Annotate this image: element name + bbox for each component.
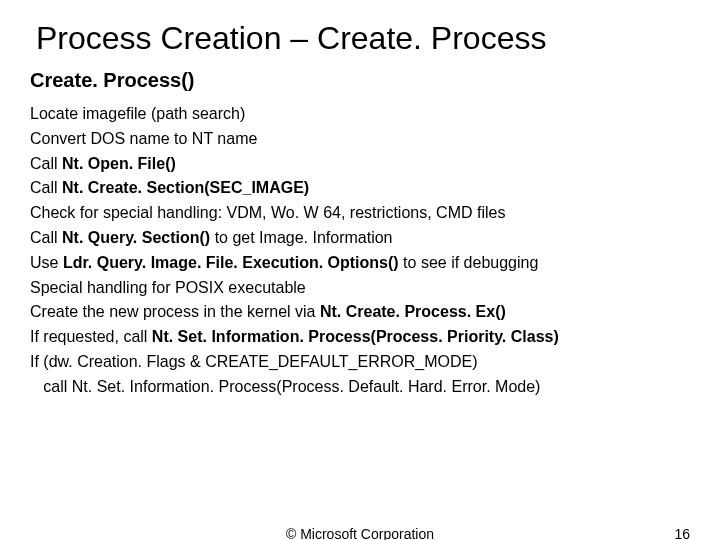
slide: Process Creation – Create. Process Creat… [0,0,720,540]
body-line: Locate imagefile (path search) [30,102,690,127]
body-line: Convert DOS name to NT name [30,127,690,152]
line-text-pre: Call [30,155,62,172]
line-text-pre: Call [30,229,62,246]
slide-body: Locate imagefile (path search)Convert DO… [30,102,690,400]
slide-subtitle: Create. Process() [30,69,690,92]
line-text-pre: Call [30,179,62,196]
line-text-pre: Convert DOS name to NT name [30,130,257,147]
line-text-bold: Ldr. Query. Image. File. Execution. Opti… [63,254,399,271]
body-line: Create the new process in the kernel via… [30,300,690,325]
line-text-post: to see if debugging [399,254,539,271]
body-line: If requested, call Nt. Set. Information.… [30,325,690,350]
body-line: Call Nt. Create. Section(SEC_IMAGE) [30,176,690,201]
line-text-bold: Nt. Open. File() [62,155,176,172]
slide-title: Process Creation – Create. Process [36,20,690,57]
line-text-pre: Special handling for POSIX executable [30,279,306,296]
line-text-pre: If requested, call [30,328,152,345]
line-text-bold: Nt. Query. Section() [62,229,210,246]
copyright-text: © Microsoft Corporation [286,526,434,540]
line-text-pre: Check for special handling: VDM, Wo. W 6… [30,204,505,221]
line-text-bold: Nt. Create. Process. Ex() [320,303,506,320]
body-line: Use Ldr. Query. Image. File. Execution. … [30,251,690,276]
line-text-pre: Use [30,254,63,271]
body-line: Check for special handling: VDM, Wo. W 6… [30,201,690,226]
line-text-bold: Nt. Create. Section(SEC_IMAGE) [62,179,309,196]
line-text-post: to get Image. Information [210,229,392,246]
line-text-pre: Locate imagefile (path search) [30,105,245,122]
line-text-bold: Nt. Set. Information. Process(Process. P… [152,328,559,345]
body-line: Call Nt. Query. Section() to get Image. … [30,226,690,251]
line-text-pre: call Nt. Set. Information. Process(Proce… [30,378,540,395]
page-number: 16 [674,526,690,540]
body-line: Call Nt. Open. File() [30,152,690,177]
line-text-pre: If (dw. Creation. Flags & CREATE_DEFAULT… [30,353,478,370]
body-line: Special handling for POSIX executable [30,276,690,301]
body-line: If (dw. Creation. Flags & CREATE_DEFAULT… [30,350,690,375]
body-line: call Nt. Set. Information. Process(Proce… [30,375,690,400]
line-text-pre: Create the new process in the kernel via [30,303,320,320]
